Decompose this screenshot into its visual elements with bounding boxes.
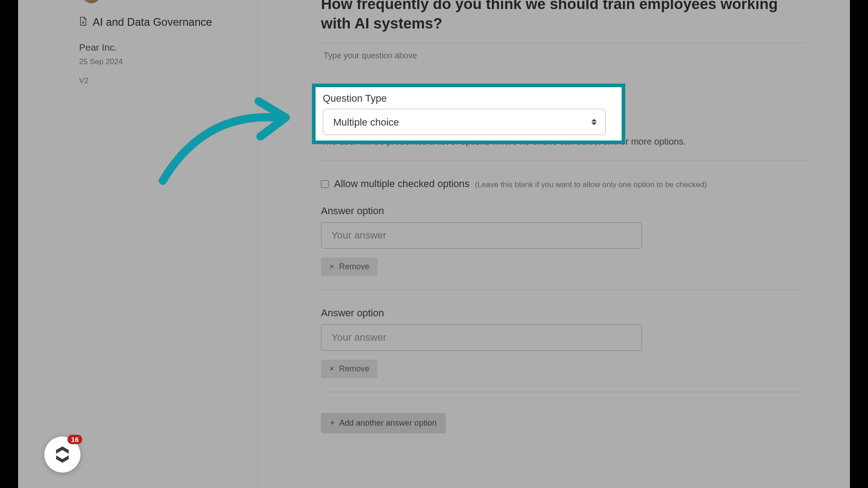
allow-multiple-sublabel: (Leave this blank if you want to allow o… (475, 180, 707, 189)
document-version: V2 (79, 76, 244, 85)
document-icon (79, 16, 87, 28)
section-divider (321, 160, 805, 161)
svg-marker-2 (56, 455, 62, 463)
question-title: How frequently do you think we should tr… (321, 0, 805, 33)
letterbox-left (0, 0, 18, 488)
svg-marker-1 (56, 446, 62, 454)
section-divider (321, 290, 805, 290)
avatar[interactable] (82, 0, 101, 3)
highlight-select-wrap: Multiple choice (323, 109, 606, 135)
main-content: How frequently do you think we should tr… (258, 0, 850, 488)
highlight-question-type-select[interactable]: Multiple choice (323, 109, 606, 135)
answer-option-block: Answer option ✕ Remove (321, 205, 805, 276)
document-title: AI and Data Governance (93, 16, 212, 28)
remove-option-button[interactable]: ✕ Remove (321, 258, 377, 276)
answer-option-block: Answer option ✕ Remove (321, 307, 805, 378)
answer-option-label: Answer option (321, 205, 805, 217)
document-date: 25 Sep 2024 (79, 57, 244, 66)
chat-badge: 16 (67, 435, 82, 444)
document-row[interactable]: AI and Data Governance (79, 16, 244, 28)
app-container: AI and Data Governance Pear Inc. 25 Sep … (18, 0, 850, 488)
remove-label: Remove (339, 262, 369, 272)
letterbox-right (850, 0, 868, 488)
highlight-question-type: Question Type Multiple choice (312, 84, 625, 144)
sidebar: AI and Data Governance Pear Inc. 25 Sep … (18, 0, 258, 488)
remove-option-button[interactable]: ✕ Remove (321, 360, 377, 378)
add-answer-option-button[interactable]: + Add another answer option (321, 413, 446, 433)
close-icon: ✕ (329, 365, 335, 372)
svg-marker-3 (62, 455, 69, 463)
add-option-label: Add another answer option (340, 418, 437, 428)
highlight-label: Question Type (323, 93, 614, 104)
svg-marker-0 (62, 446, 69, 454)
chat-logo-icon (52, 445, 72, 465)
close-icon: ✕ (329, 263, 335, 270)
company-name: Pear Inc. (79, 42, 244, 53)
plus-icon: + (330, 418, 335, 428)
question-hint: Type your question above (321, 43, 805, 69)
allow-multiple-label: Allow multiple checked options (334, 178, 470, 190)
section-divider (321, 392, 805, 392)
allow-multiple-checkbox[interactable] (321, 180, 329, 188)
allow-multiple-row: Allow multiple checked options (Leave th… (321, 178, 805, 190)
remove-label: Remove (339, 364, 369, 374)
chevron-updown-icon (591, 119, 597, 125)
answer-option-label: Answer option (321, 307, 805, 319)
answer-option-input[interactable] (321, 324, 642, 351)
answer-option-input[interactable] (321, 222, 642, 249)
chat-fab[interactable]: 16 (44, 436, 80, 473)
